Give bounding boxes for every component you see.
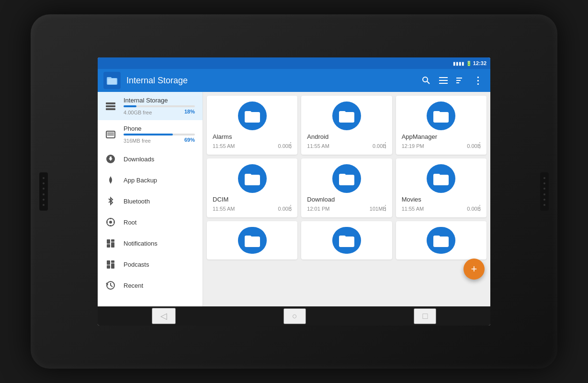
status-time: 12:32 [473, 60, 486, 66]
fab-button[interactable]: + [464, 259, 485, 280]
home-button[interactable]: ○ [283, 308, 306, 324]
folder-icon-dcim [238, 164, 267, 193]
tablet-screen: ▮▮▮▮ 🔋 12:32 Internal Storage [98, 57, 490, 326]
notifications-label: Notifications [124, 240, 195, 247]
dcim-name: DCIM [213, 196, 292, 203]
internal-storage-bar [124, 105, 195, 107]
speaker-right [540, 172, 549, 211]
svg-rect-33 [107, 265, 110, 269]
downloads-label: Downloads [124, 156, 195, 163]
file-card-partial-3[interactable] [396, 221, 486, 259]
sidebar-item-podcasts[interactable]: Podcasts [98, 254, 203, 275]
appmanager-time: 12:19 PM [402, 143, 424, 149]
svg-rect-52 [340, 176, 353, 184]
sidebar-item-downloads[interactable]: Downloads [98, 148, 203, 169]
dcim-more-button[interactable]: ⋮ [287, 203, 294, 213]
svg-rect-59 [339, 236, 346, 238]
file-card-alarms[interactable]: Alarms 11:55 AM 0.00B ⋮ [207, 96, 297, 155]
movies-more-button[interactable]: ⋮ [476, 203, 484, 213]
file-card-partial-2[interactable] [301, 221, 392, 259]
folder-icon-download [332, 164, 361, 193]
sidebar-item-root[interactable]: Root [98, 212, 203, 233]
svg-rect-12 [106, 105, 115, 107]
search-button[interactable] [419, 74, 433, 87]
appmanager-more-button[interactable]: ⋮ [476, 141, 484, 150]
file-card-dcim[interactable]: DCIM 11:55 AM 0.00B ⋮ [207, 158, 297, 217]
download-more-button[interactable]: ⋮ [382, 203, 389, 213]
tablet-device: ▮▮▮▮ 🔋 12:32 Internal Storage [31, 14, 557, 369]
phone-info: Phone 316MB free 69% [124, 125, 195, 144]
movies-meta: 11:55 AM 0.00B [402, 206, 481, 212]
svg-rect-13 [106, 108, 115, 110]
podcasts-label: Podcasts [124, 261, 195, 268]
svg-rect-29 [107, 244, 110, 248]
folder-icon-partial1 [238, 227, 267, 254]
dcim-meta: 11:55 AM 0.00B [213, 206, 292, 212]
svg-rect-5 [439, 77, 448, 78]
file-card-partial-1[interactable] [207, 221, 297, 259]
toolbar-title: Internal Storage [126, 76, 414, 86]
svg-rect-11 [106, 102, 115, 104]
file-card-movies[interactable]: Movies 11:55 AM 0.00B ⋮ [396, 158, 486, 217]
downloads-info: Downloads [124, 156, 195, 163]
status-bar: ▮▮▮▮ 🔋 12:32 [98, 57, 490, 69]
downloads-icon [105, 154, 116, 164]
file-card-android[interactable]: Android 11:55 AM 0.00B ⋮ [301, 96, 392, 155]
sort-button[interactable] [454, 74, 467, 87]
recent-info: Recent [124, 282, 195, 289]
android-name: Android [307, 133, 386, 140]
svg-rect-43 [340, 113, 353, 122]
download-name: Download [307, 196, 386, 203]
folder-icon [103, 72, 121, 89]
recent-icon [105, 280, 116, 291]
download-time: 12:01 PM [307, 206, 329, 212]
svg-rect-6 [439, 80, 448, 81]
phone-percent: 69% [184, 137, 195, 144]
recents-button[interactable]: □ [414, 308, 436, 324]
appmanager-meta: 12:19 PM 0.00B [402, 143, 481, 149]
phone-free: 316MB free [124, 138, 151, 144]
phone-icon [105, 129, 116, 140]
toolbar-actions: ⋮ [419, 74, 485, 87]
back-icon: ◁ [160, 311, 167, 321]
svg-rect-57 [245, 236, 251, 238]
sidebar-item-bluetooth[interactable]: Bluetooth [98, 191, 203, 212]
speaker-left [39, 172, 48, 211]
appmanager-name: AppManager [402, 133, 481, 140]
phone-label: Phone [124, 125, 195, 132]
folder-icon-android [332, 101, 361, 130]
sidebar-item-internal-storage[interactable]: Internal Storage 4.00GB free 18% [98, 92, 203, 120]
notifications-icon [105, 238, 116, 248]
sidebar-item-notifications[interactable]: Notifications [98, 233, 203, 254]
file-grid: Alarms 11:55 AM 0.00B ⋮ [207, 96, 486, 259]
sidebar-item-app-backup[interactable]: App Backup [98, 169, 203, 191]
folder-icon-appmanager [427, 101, 455, 130]
movies-time: 11:55 AM [402, 206, 424, 212]
more-options-button[interactable]: ⋮ [471, 74, 485, 87]
svg-point-27 [109, 221, 112, 224]
folder-icon-partial3 [427, 227, 455, 254]
svg-line-4 [427, 81, 430, 84]
battery-icon: 🔋 [466, 61, 472, 66]
status-icons: ▮▮▮▮ 🔋 12:32 [453, 60, 486, 66]
svg-rect-32 [107, 260, 110, 265]
svg-rect-15 [107, 132, 114, 136]
folder-icon-alarms [238, 101, 267, 130]
recents-icon: □ [422, 311, 428, 321]
internal-storage-free: 4.00GB free [124, 110, 152, 115]
alarms-name: Alarms [213, 133, 292, 140]
internal-storage-fill [124, 105, 136, 107]
sidebar-item-phone[interactable]: Phone 316MB free 69% [98, 120, 203, 148]
back-button[interactable]: ◁ [152, 308, 176, 324]
file-card-appmanager[interactable]: AppManager 12:19 PM 0.00B ⋮ [396, 96, 486, 155]
file-card-download[interactable]: Download 12:01 PM 101MB ⋮ [301, 158, 392, 217]
android-time: 11:55 AM [307, 143, 329, 149]
svg-rect-46 [434, 113, 448, 122]
internal-storage-percent: 18% [184, 109, 195, 115]
android-more-button[interactable]: ⋮ [382, 141, 389, 150]
alarms-more-button[interactable]: ⋮ [287, 141, 294, 150]
list-view-button[interactable] [437, 74, 450, 87]
sidebar-item-recent[interactable]: Recent [98, 275, 203, 296]
main-content: Internal Storage 4.00GB free 18% [98, 92, 490, 306]
internal-storage-info: Internal Storage 4.00GB free 18% [124, 97, 195, 115]
